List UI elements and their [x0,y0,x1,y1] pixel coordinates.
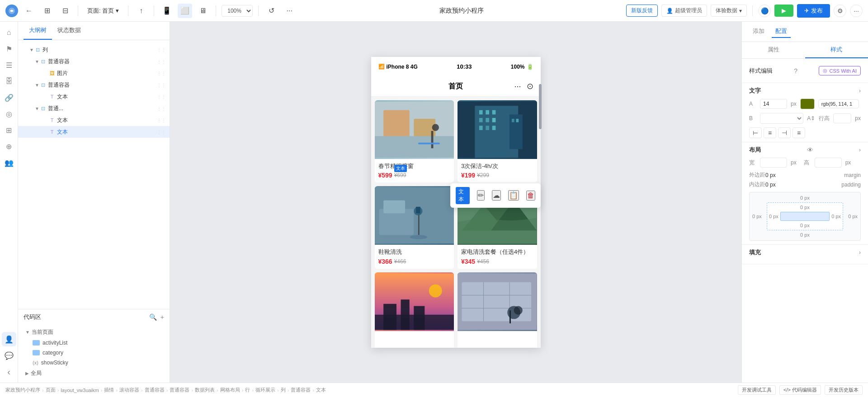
monitor-view-button[interactable]: 🖥 [196,4,210,18]
tab-props[interactable]: 属性 [742,42,805,58]
circle-btn-1[interactable]: 🔵 [758,5,771,17]
expand-arrow-fill[interactable]: › [859,249,861,256]
data-button[interactable]: 体验数据 ▾ [711,5,747,17]
add-icon[interactable]: + [160,313,164,321]
edit-icon-button[interactable]: ✏ [477,190,485,201]
product-card-2[interactable]: 3次保洁-4h/次 ¥199 ¥299 [458,100,537,183]
breadcrumb-item-0[interactable]: 家政预约小程序 [5,387,40,393]
record-icon[interactable]: ⊙ [527,81,533,91]
breadcrumb-item-11[interactable]: 列 [281,387,286,393]
more-button[interactable]: ··· [282,4,297,18]
expand-arrow-layout[interactable]: › [859,147,861,153]
product-card-6[interactable] [458,272,537,347]
tab-style[interactable]: 样式 [805,42,868,58]
copy-icon-button[interactable]: 📋 [508,190,519,201]
sidebar-icon-chat[interactable]: 💬 [2,348,16,363]
sidebar-icon-home[interactable]: ⌂ [2,25,16,40]
color-swatch[interactable] [800,98,815,109]
breadcrumb-item-6[interactable]: 普通容器 [170,387,189,393]
breadcrumb-item-7[interactable]: 数据列表 [195,387,215,393]
table-view-button[interactable]: ⊞ [40,4,54,18]
more-options-button[interactable]: ··· [850,5,863,17]
grid-view-button[interactable]: ⊟ [58,4,72,18]
code-section-global[interactable]: ▶ 全局 [22,368,166,379]
history-button[interactable]: 开发历史版本 [825,385,863,395]
more-dots-icon[interactable]: ··· [514,82,521,91]
code-editor-button[interactable]: </> 代码编辑器 [779,385,821,395]
expand-icon[interactable]: ▶ [25,371,29,376]
run-button[interactable]: ▶ [774,5,793,17]
debug-button[interactable]: 开发调试工具 [738,385,776,395]
tree-item-text-2[interactable]: T 文本 ⋮⋮ [18,114,170,126]
tab-outline[interactable]: 大纲树 [24,22,52,40]
tree-item-text-selected[interactable]: T 文本 ⋮⋮ [18,126,170,138]
admin-button[interactable]: 👤 超级管理员 [661,5,707,17]
breadcrumb-item-1[interactable]: 页面 [46,387,56,393]
tree-item-parent-container[interactable]: ▼ ⊡ 列 ⋮⋮ [18,44,170,56]
breadcrumb-item-8[interactable]: 网格布局 [220,387,240,393]
css-ai-button[interactable]: ◎ CSS With AI [819,66,861,75]
share-button[interactable]: ↑ [134,4,148,18]
visibility-icon[interactable]: 👁 [807,146,813,154]
help-icon[interactable]: ? [794,67,797,75]
refresh-button[interactable]: ↺ [264,4,278,18]
sidebar-icon-shape[interactable]: ◎ [2,107,16,121]
phone-scrollbar[interactable] [538,84,542,348]
expand-icon[interactable]: ▼ [34,82,40,88]
publish-button[interactable]: ✈ 发布 [797,4,830,18]
page-selector[interactable]: 页面: 首页 ▾ [84,5,123,17]
line-height-input[interactable] [833,113,851,123]
code-item-category[interactable]: category [29,348,166,358]
sidebar-icon-list[interactable]: ☰ [2,58,16,72]
product-card-1[interactable]: 春节精细擦窗 ¥599 ¥699 文本 [375,100,454,183]
tree-item-text-1[interactable]: T 文本 ⋮⋮ [18,91,170,103]
phone-scroll-thumb[interactable] [539,84,542,129]
font-weight-select[interactable] [760,113,803,124]
breadcrumb-item-13[interactable]: 文本 [316,387,326,393]
new-feedback-button[interactable]: 新版反馈 [626,5,658,17]
breadcrumb-item-3[interactable]: 插情 [104,387,114,393]
sidebar-icon-collapse[interactable]: ‹ [2,364,16,379]
product-card-5[interactable] [375,272,454,347]
tab-add[interactable]: 添加 [749,25,768,38]
expand-icon[interactable]: ▼ [25,330,30,335]
code-item-activity[interactable]: activityList [29,338,166,348]
height-input[interactable] [815,158,842,168]
tree-item-container-3[interactable]: ▼ ⊡ 普通... ⋮⋮ [18,103,170,114]
tree-item-image[interactable]: 🖼 图片 ⋮⋮ [18,67,170,79]
phone-view-button[interactable]: 📱 [160,4,174,18]
expand-icon[interactable]: ▼ [34,59,40,64]
product-card-3[interactable]: 鞋靴清洗 ¥366 ¥466 [375,186,454,269]
sidebar-icon-database[interactable]: 🗄 [2,74,16,89]
breadcrumb-item-4[interactable]: 滚动容器 [119,387,139,393]
color-value-input[interactable]: rgb(95, 114, 1 [818,99,859,108]
back-button[interactable]: ← [22,4,36,18]
breadcrumb-item-10[interactable]: 循环展示 [255,387,275,393]
sidebar-icon-flag[interactable]: ⚑ [2,42,16,56]
expand-icon[interactable]: ▼ [34,106,40,111]
tree-item-container-1[interactable]: ▼ ⊡ 普通容器 ⋮⋮ [18,56,170,67]
settings-button[interactable]: ⚙ [834,5,846,17]
font-size-input[interactable]: 14 [760,99,787,109]
sidebar-icon-flow[interactable]: ⊕ [2,139,16,154]
code-item-show-sticky[interactable]: (x) showSticky [29,358,166,368]
save-icon-button[interactable]: ☁ [492,190,501,201]
align-left-button[interactable]: ⊢ [749,127,762,138]
breadcrumb-item-5[interactable]: 普通容器 [145,387,165,393]
breadcrumb-item-12[interactable]: 普通容器 [291,387,311,393]
sidebar-icon-link[interactable]: 🔗 [2,90,16,105]
zoom-select[interactable]: 100% 75% 50% 125% [222,5,253,17]
breadcrumb-item-2[interactable]: layout_vw3uaikm [61,388,99,393]
expand-icon[interactable]: ▼ [29,47,34,52]
expand-arrow[interactable]: › [859,88,861,94]
sidebar-icon-tree[interactable]: ⊞ [2,123,16,137]
tab-config[interactable]: 配置 [772,25,791,38]
align-right-button[interactable]: ⊣ [778,127,791,138]
width-input[interactable] [760,158,787,168]
tree-item-container-2[interactable]: ▼ ⊡ 普通容器 ⋮⋮ [18,79,170,91]
sidebar-icon-user[interactable]: 👤 [2,332,16,346]
sidebar-icon-contacts[interactable]: 👥 [2,155,16,170]
breadcrumb-item-9[interactable]: 行 [245,387,250,393]
tab-state[interactable]: 状态数据 [52,22,86,40]
align-justify-button[interactable]: ≡ [793,127,805,138]
